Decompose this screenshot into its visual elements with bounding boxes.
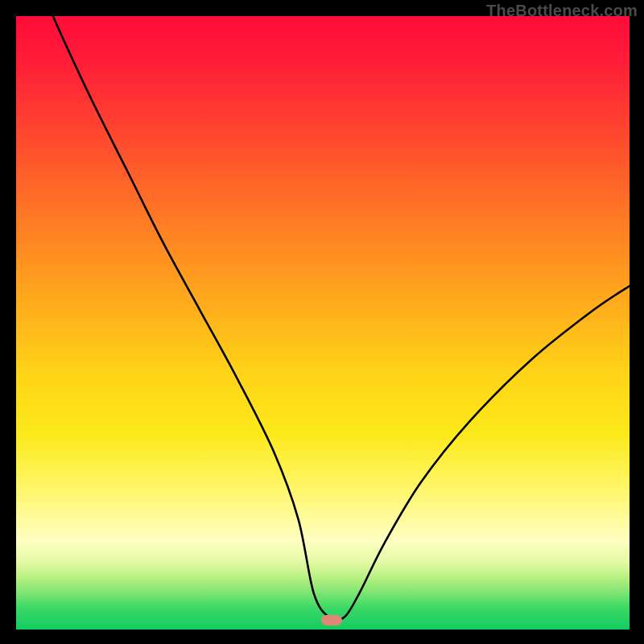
watermark-caption: TheBottleneck.com: [486, 2, 638, 20]
chart-stage: TheBottleneck.com: [0, 0, 644, 644]
plot-area: [16, 16, 630, 630]
bottleneck-curve: [16, 16, 630, 630]
optimal-marker: [321, 615, 342, 625]
